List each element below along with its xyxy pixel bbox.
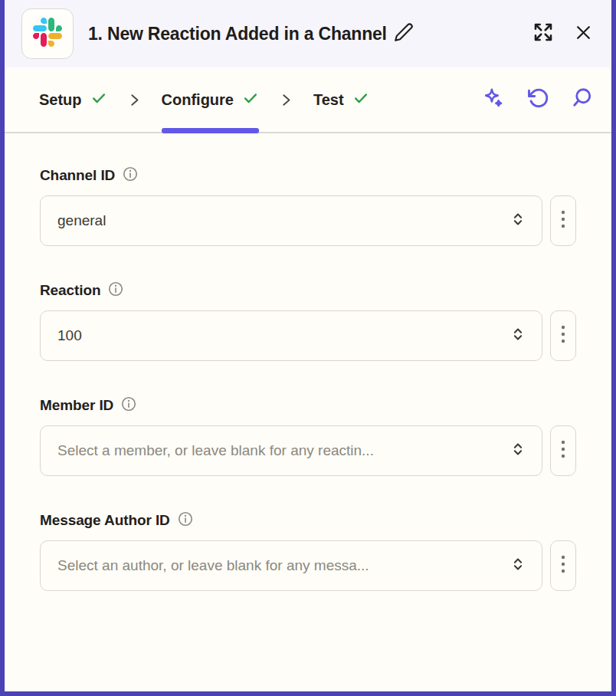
chevron-right-icon <box>279 67 293 132</box>
field-member-id: Member ID Select a member, or leave blan… <box>40 396 576 476</box>
chevron-updown-icon <box>510 326 526 346</box>
info-icon[interactable] <box>177 511 194 530</box>
search-icon <box>570 87 593 113</box>
field-label: Message Author ID <box>40 512 170 529</box>
channel-id-menu-button[interactable] <box>550 195 576 246</box>
reaction-select[interactable]: 100 <box>40 310 542 361</box>
tab-test-label: Test <box>313 91 344 109</box>
field-label: Channel ID <box>40 167 115 184</box>
chevron-right-icon <box>127 67 142 132</box>
slack-logo-icon <box>33 18 62 50</box>
select-value: general <box>57 212 510 229</box>
kebab-icon <box>560 554 566 577</box>
info-icon[interactable] <box>107 281 124 300</box>
info-icon[interactable] <box>120 396 137 415</box>
search-button[interactable] <box>570 87 593 113</box>
field-channel-id: Channel ID general <box>40 166 576 246</box>
tab-setup-label: Setup <box>39 91 82 109</box>
close-button[interactable] <box>574 23 593 45</box>
message-author-id-select[interactable]: Select an author, or leave blank for any… <box>40 540 542 591</box>
check-icon <box>90 90 107 110</box>
pencil-icon <box>394 22 414 45</box>
field-label: Reaction <box>40 282 100 299</box>
tab-test[interactable]: Test <box>313 67 369 132</box>
field-reaction: Reaction 100 <box>40 281 576 361</box>
member-id-menu-button[interactable] <box>550 425 576 476</box>
info-icon[interactable] <box>122 166 139 185</box>
kebab-icon <box>560 209 566 232</box>
select-placeholder: Select an author, or leave blank for any… <box>57 557 510 574</box>
tab-configure[interactable]: Configure <box>162 67 259 132</box>
check-icon <box>242 90 259 110</box>
select-placeholder: Select a member, or leave blank for any … <box>57 442 510 459</box>
step-title: 1. New Reaction Added in a Channel <box>88 24 387 44</box>
ai-sparkle-button[interactable] <box>482 87 506 113</box>
app-icon-box <box>21 8 74 59</box>
member-id-select[interactable]: Select a member, or leave blank for any … <box>40 425 542 476</box>
kebab-icon <box>560 439 566 462</box>
check-icon <box>352 90 369 110</box>
configure-form: Channel ID general <box>5 133 611 691</box>
chevron-updown-icon <box>510 211 526 231</box>
expand-button[interactable] <box>532 21 555 47</box>
chevron-updown-icon <box>510 441 526 461</box>
kebab-icon <box>560 324 566 347</box>
field-message-author-id: Message Author ID Select an author, or l… <box>40 511 576 591</box>
tab-setup[interactable]: Setup <box>39 67 107 132</box>
close-icon <box>574 23 593 45</box>
refresh-icon <box>526 87 549 113</box>
channel-id-select[interactable]: general <box>40 195 542 246</box>
reaction-menu-button[interactable] <box>550 310 576 361</box>
step-tabbar: Setup Configure Test <box>5 67 611 133</box>
ai-sparkle-icon <box>482 87 506 113</box>
field-label: Member ID <box>40 397 113 414</box>
edit-title-button[interactable] <box>394 22 414 45</box>
tab-configure-label: Configure <box>162 91 234 109</box>
expand-icon <box>532 21 555 47</box>
panel-header: 1. New Reaction Added in a Channel <box>5 0 611 67</box>
select-value: 100 <box>57 327 510 344</box>
step-config-panel: 1. New Reaction Added in a Channel <box>0 0 616 696</box>
refresh-button[interactable] <box>526 87 549 113</box>
chevron-updown-icon <box>510 556 526 576</box>
message-author-id-menu-button[interactable] <box>550 540 576 591</box>
